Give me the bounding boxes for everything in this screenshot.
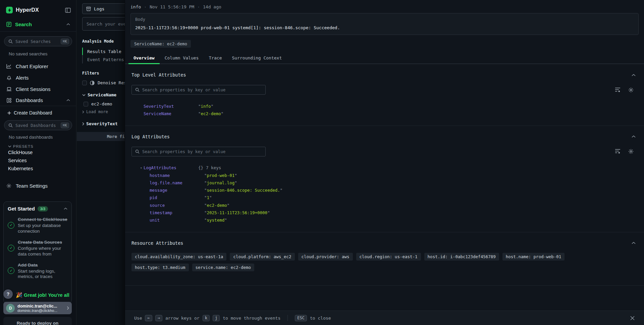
sidebar-item-chart-explorer[interactable]: Chart Explorer: [0, 60, 76, 72]
footer-text: to close: [310, 316, 331, 321]
service-name-chip[interactable]: ServiceName: ec2-demo: [130, 40, 191, 48]
party-emoji: 🎉: [16, 292, 22, 298]
search-nav-icon: [6, 22, 12, 27]
tab-trace[interactable]: Trace: [204, 52, 227, 64]
chevron-up-icon[interactable]: [66, 23, 70, 26]
checklist-item-connect[interactable]: ✓ Connect to ClickHouse Set up your data…: [8, 216, 67, 234]
chevron-up-icon[interactable]: [632, 135, 636, 138]
attribute-key[interactable]: log.file.name: [150, 180, 204, 185]
attribute-value[interactable]: systemd: [204, 218, 227, 223]
attribute-key[interactable]: pid: [150, 195, 204, 200]
check-circle-icon: ✓: [8, 222, 14, 229]
tab-column-values[interactable]: Column Values: [160, 52, 204, 64]
preset-clickhouse[interactable]: ClickHouse: [8, 148, 76, 156]
attribute-value[interactable]: session-846.scope: Succeeded.: [204, 188, 282, 193]
saved-searches-input[interactable]: [15, 39, 58, 44]
checklist-item-sources[interactable]: ✓ Create Data Sources Configure where yo…: [8, 239, 67, 257]
footer-text: arrow keys or: [165, 316, 200, 321]
saved-searches-shortcut: ⌘K: [61, 39, 69, 44]
resource-chip[interactable]: host.id: i-0abc123def456789: [424, 253, 499, 261]
resource-chip[interactable]: cloud.provider: aws: [298, 253, 353, 261]
gear-icon[interactable]: [628, 149, 634, 154]
property-search-box: [131, 147, 266, 156]
resource-chip[interactable]: service.name: ec2-demo: [192, 264, 255, 271]
attribute-key[interactable]: SeverityText: [144, 104, 198, 109]
attribute-row: SeverityText info: [131, 102, 638, 110]
deploy-banner[interactable]: Ready to deploy on: [3, 317, 72, 325]
preset-services[interactable]: Services: [8, 156, 76, 165]
get-started-card: Get Started 3/3 ✓ Connect to ClickHouse …: [3, 201, 72, 304]
caret-down-icon: ▾: [140, 166, 144, 170]
arrow-right-key: →: [155, 315, 162, 321]
sidebar-item-team-settings[interactable]: Team Settings: [0, 180, 76, 191]
sidebar-item-dashboards[interactable]: Dashboards: [0, 95, 76, 106]
tab-surrounding-context[interactable]: Surrounding Context: [227, 52, 287, 64]
brand-name: HyperDX: [16, 7, 65, 13]
property-search-input[interactable]: [142, 149, 262, 154]
body-label: Body: [135, 17, 634, 22]
property-search-box: [131, 85, 266, 95]
check-circle-icon: ✓: [8, 267, 14, 274]
attribute-key[interactable]: LogAttributes: [144, 165, 198, 170]
wrap-lines-icon[interactable]: [615, 149, 621, 154]
attribute-tree-root[interactable]: ▾ LogAttributes {}7 keys: [131, 164, 638, 172]
attribute-key[interactable]: unit: [150, 218, 204, 223]
help-button[interactable]: ?: [3, 289, 13, 299]
dashboards-icon: [6, 98, 12, 103]
property-search-input[interactable]: [142, 87, 262, 92]
user-menu[interactable]: D dominic.tran@clic... dominic.tran@clic…: [3, 302, 72, 314]
resource-chip[interactable]: cloud.region: us-east-1: [356, 253, 421, 261]
attribute-value[interactable]: journal.log: [204, 180, 237, 185]
chevron-up-icon[interactable]: [66, 99, 70, 101]
resource-chip[interactable]: host.type: t3.medium: [131, 264, 189, 271]
esc-key: ESC: [295, 315, 307, 321]
attribute-row: pid 1: [131, 194, 638, 201]
resource-chip[interactable]: host.name: prod-web-01: [502, 253, 565, 261]
attribute-key[interactable]: source: [150, 203, 204, 208]
resource-chip[interactable]: cloud.availability_zone: us-east-1a: [131, 253, 226, 261]
chevron-up-icon[interactable]: [632, 242, 636, 244]
sidebar-item-alerts[interactable]: Alerts: [0, 72, 76, 83]
section-title: Log Attributes: [131, 134, 170, 139]
close-icon[interactable]: [630, 316, 635, 321]
attribute-key[interactable]: message: [150, 188, 204, 193]
chevron-up-icon[interactable]: [632, 74, 636, 76]
check-circle-icon: ✓: [8, 245, 14, 251]
top-level-attributes-section: Top Level Attributes: [125, 64, 644, 126]
sidebar-item-search[interactable]: Search: [0, 17, 76, 32]
attribute-value[interactable]: 2025-11-11T23:56:19+0000: [204, 210, 270, 215]
attribute-key[interactable]: ServiceName: [144, 111, 198, 116]
tab-overview[interactable]: Overview: [128, 52, 160, 64]
ec2-demo-checkbox[interactable]: [84, 102, 88, 106]
preset-kubernetes[interactable]: Kubernetes: [8, 165, 76, 173]
create-dashboard-button[interactable]: Create Dashboard: [0, 106, 76, 117]
attribute-value[interactable]: ec2-demo: [198, 111, 223, 116]
section-title: Resource Attributes: [131, 240, 183, 246]
gear-icon[interactable]: [628, 87, 634, 93]
sidebar-item-client-sessions[interactable]: Client Sessions: [0, 83, 76, 95]
checklist-item-add-data[interactable]: ✓ Add Data Start sending logs, metrics, …: [8, 262, 67, 280]
attribute-key[interactable]: hostname: [150, 173, 204, 178]
gear-icon: [6, 183, 12, 188]
search-icon: [135, 88, 140, 92]
attribute-key[interactable]: timestamp: [150, 210, 204, 215]
chevron-up-icon[interactable]: [64, 207, 67, 210]
chevron-right-icon: [82, 110, 84, 113]
resource-chip[interactable]: cloud.platform: aws_ec2: [230, 253, 294, 261]
no-saved-searches-text: No saved searches: [9, 51, 76, 56]
sidebar-header: HyperDX: [0, 0, 76, 17]
wrap-lines-icon[interactable]: [615, 87, 621, 93]
keys-count: 7 keys: [206, 165, 221, 170]
chevron-down-icon: [82, 94, 86, 96]
source-logs-icon: [86, 7, 91, 11]
attribute-value[interactable]: 1: [204, 195, 212, 200]
presets-toggle[interactable]: PRESETS: [8, 144, 76, 148]
saved-dashboards-input[interactable]: [15, 123, 58, 128]
denoise-checkbox[interactable]: [82, 81, 87, 85]
attribute-value[interactable]: ec2-demo: [204, 203, 229, 208]
sidebar-toggle-icon[interactable]: [65, 8, 71, 13]
attribute-value[interactable]: prod-web-01: [204, 173, 237, 178]
saved-dashboards-shortcut: ⌘K: [61, 123, 69, 128]
attribute-value[interactable]: info: [198, 104, 213, 109]
detail-tabs: Overview Column Values Trace Surrounding…: [125, 52, 644, 64]
